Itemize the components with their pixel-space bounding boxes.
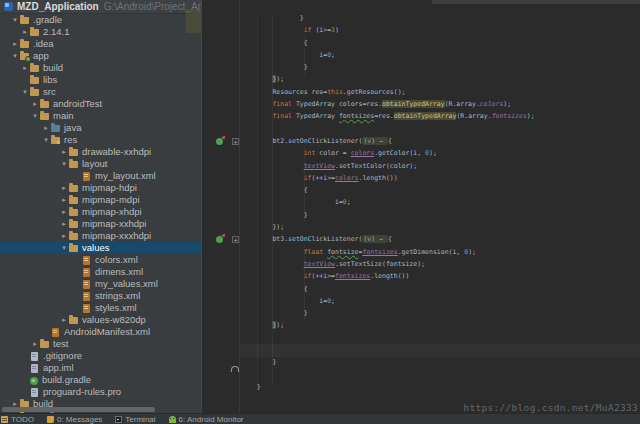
code-line[interactable]: }: [202, 209, 640, 221]
code-line[interactable]: textView.setTextColor(color);: [202, 160, 640, 172]
expand-arrow-icon[interactable]: ▸: [59, 218, 69, 230]
tree-item-my-values-xml[interactable]: my_values.xml: [0, 278, 202, 290]
expand-arrow-icon[interactable]: ▸: [59, 206, 69, 218]
expand-arrow-icon[interactable]: ▾: [30, 110, 40, 122]
tree-item-build[interactable]: ▸build: [0, 62, 202, 74]
expand-arrow-icon[interactable]: ▾: [59, 242, 69, 254]
folded-lambda-chunk[interactable]: (v) →: [362, 137, 387, 145]
code-line[interactable]: [202, 344, 640, 356]
code-line[interactable]: }: [202, 307, 640, 319]
tree-item-androidtest[interactable]: ▸androidTest: [0, 98, 202, 110]
tree-item-main[interactable]: ▾main: [0, 110, 202, 122]
statusbar-item-messages[interactable]: 0: Messages: [47, 415, 102, 424]
expand-arrow-icon[interactable]: ▸: [20, 62, 30, 74]
fold-expand-icon[interactable]: +: [232, 138, 239, 145]
code-line[interactable]: }: [202, 356, 640, 368]
code-editor[interactable]: } if (i>=3) { i=0; } }); Resources res=t…: [202, 0, 640, 413]
tree-item--gradle[interactable]: ▾.gradle: [0, 14, 202, 26]
code-line[interactable]: i=0;: [202, 295, 640, 307]
panel-horizontal-scrollbar[interactable]: [2, 407, 155, 412]
tree-item-dimens-xml[interactable]: dimens.xml: [0, 266, 202, 278]
expand-arrow-icon[interactable]: ▸: [59, 194, 69, 206]
tree-item-colors-xml[interactable]: colors.xml: [0, 254, 202, 266]
folded-lambda-chunk[interactable]: (v) →: [362, 235, 387, 243]
tree-item-values-w820dp[interactable]: ▸values-w820dp: [0, 314, 202, 326]
tree-item-androidmanifest-xml[interactable]: AndroidManifest.xml: [0, 326, 202, 338]
tree-item-mipmap-mdpi[interactable]: ▸mipmap-mdpi: [0, 194, 202, 206]
tree-item-mipmap-xhdpi[interactable]: ▸mipmap-xhdpi: [0, 206, 202, 218]
code-line[interactable]: bt2.setOnClickListener((v) → {: [202, 135, 640, 147]
tree-item-test[interactable]: ▸test: [0, 338, 202, 350]
expand-arrow-icon[interactable]: ▾: [10, 50, 20, 62]
tree-item-libs[interactable]: libs: [0, 74, 202, 86]
tree-item-mipmap-xxhdpi[interactable]: ▸mipmap-xxhdpi: [0, 218, 202, 230]
code-line[interactable]: bt3.setOnClickListener((v) → {: [202, 233, 640, 245]
code-line[interactable]: {: [202, 37, 640, 49]
code-line[interactable]: if(++i>=colors.length()): [202, 172, 640, 184]
tree-item--idea[interactable]: ▸.idea: [0, 38, 202, 50]
code-line[interactable]: if (i>=3): [202, 24, 640, 36]
tree-item-drawable-xxhdpi[interactable]: ▸drawable-xxhdpi: [0, 146, 202, 158]
code-line[interactable]: });: [202, 221, 640, 233]
code-line[interactable]: });: [202, 73, 640, 85]
expand-arrow-icon[interactable]: ▸: [41, 122, 51, 134]
code-line[interactable]: i=0;: [202, 49, 640, 61]
tree-item-src[interactable]: ▾src: [0, 86, 202, 98]
expand-arrow-icon[interactable]: ▾: [41, 134, 51, 146]
code-line[interactable]: Resources res=this.getResources();: [202, 86, 640, 98]
code-line[interactable]: [202, 332, 640, 344]
tree-item-my-layout-xml[interactable]: my_layout.xml: [0, 170, 202, 182]
code-line[interactable]: }: [202, 61, 640, 73]
expand-arrow-icon[interactable]: ▾: [10, 14, 20, 26]
expand-arrow-icon[interactable]: ▸: [10, 38, 20, 50]
tree-item-app[interactable]: ▾app: [0, 50, 202, 62]
tree-item-strings-xml[interactable]: strings.xml: [0, 290, 202, 302]
tree-item--gitignore[interactable]: .gitignore: [0, 350, 202, 362]
tree-item-res[interactable]: ▾res: [0, 134, 202, 146]
code-line[interactable]: float fontsize=fontsizes.getDimension(i,…: [202, 246, 640, 258]
code-line[interactable]: [202, 123, 640, 135]
tree-item-styles-xml[interactable]: styles.xml: [0, 302, 202, 314]
gutter-bookmark-icon[interactable]: [231, 366, 239, 372]
expand-arrow-icon[interactable]: ▸: [59, 314, 69, 326]
code-line[interactable]: {: [202, 184, 640, 196]
code-line[interactable]: });: [202, 319, 640, 331]
tree-item-mipmap-hdpi[interactable]: ▸mipmap-hdpi: [0, 182, 202, 194]
code-token: }: [304, 211, 308, 219]
tree-item-build-gradle[interactable]: build.gradle: [0, 374, 202, 386]
fold-expand-icon[interactable]: +: [232, 236, 239, 243]
expand-arrow-icon[interactable]: ▸: [59, 146, 69, 158]
expand-arrow-icon[interactable]: ▸: [20, 26, 30, 38]
tree-item-app-iml[interactable]: app.iml: [0, 362, 202, 374]
code-token: fontsize: [327, 248, 358, 256]
code-line[interactable]: final TypedArray colors=res.obtainTypedA…: [202, 98, 640, 110]
statusbar-item-todo[interactable]: TODO: [1, 415, 34, 424]
code-line[interactable]: [202, 369, 640, 381]
code-area[interactable]: } if (i>=3) { i=0; } }); Resources res=t…: [202, 12, 640, 393]
code-line[interactable]: i=0;: [202, 196, 640, 208]
project-tree-panel[interactable]: ▾.gradle▸2.14.1▸.idea▾app▸buildlibs▾src▸…: [0, 14, 202, 413]
expand-arrow-icon[interactable]: ▸: [30, 98, 40, 110]
tree-item-layout[interactable]: ▾layout: [0, 158, 202, 170]
tree-item-proguard-rules-pro[interactable]: proguard-rules.pro: [0, 386, 202, 398]
tree-item-java[interactable]: ▸java: [0, 122, 202, 134]
expand-arrow-icon[interactable]: ▸: [59, 230, 69, 242]
code-line[interactable]: textView.setTextSize(fontsize);: [202, 258, 640, 270]
expand-arrow-icon[interactable]: ▾: [20, 86, 30, 98]
code-line[interactable]: final TypedArray fontsizes=res.obtainTyp…: [202, 110, 640, 122]
tree-item-2-14-1[interactable]: ▸2.14.1: [0, 26, 202, 38]
statusbar-item-android[interactable]: 6: Android Monitor: [169, 415, 244, 424]
xml-file-icon: [83, 292, 90, 301]
expand-arrow-icon[interactable]: ▾: [59, 158, 69, 170]
code-line[interactable]: }: [202, 381, 640, 393]
tree-item-mipmap-xxxhdpi[interactable]: ▸mipmap-xxxhdpi: [0, 230, 202, 242]
code-line[interactable]: }: [202, 12, 640, 24]
code-line[interactable]: if(++i>=fontsizes.length()): [202, 270, 640, 282]
expand-arrow-icon[interactable]: ▸: [30, 338, 40, 350]
statusbar-item-terminal[interactable]: Terminal: [115, 415, 155, 424]
gutter-run-marker-icon[interactable]: [216, 138, 223, 145]
code-line[interactable]: {: [202, 283, 640, 295]
tree-item-values[interactable]: ▾values: [0, 242, 202, 254]
code-line[interactable]: int color = colors.getColor(i, 0);: [202, 147, 640, 159]
expand-arrow-icon[interactable]: ▸: [59, 182, 69, 194]
